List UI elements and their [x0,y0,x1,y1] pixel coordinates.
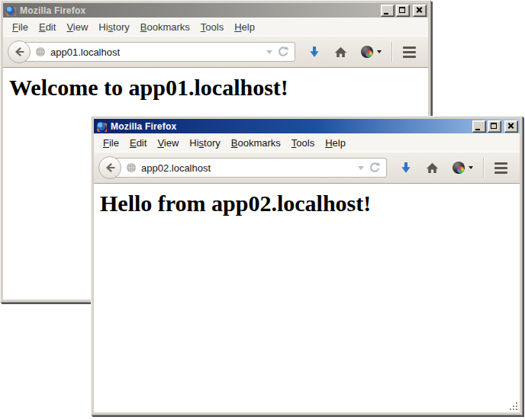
label-part: tory [204,137,221,149]
maximize-button[interactable] [396,5,410,17]
dropdown-caret-icon [469,166,473,169]
back-button[interactable] [98,156,121,179]
close-button[interactable] [504,120,518,133]
label-part: V [66,21,72,33]
label-part: Hi [98,21,108,33]
window-title: Mozilla Firefox [110,121,469,132]
url-input[interactable] [50,46,262,58]
resize-grip[interactable] [516,402,517,404]
home-button[interactable] [327,40,354,63]
history-dropdown-icon[interactable] [358,166,364,170]
url-input[interactable] [141,162,353,174]
label-part: ools [205,21,224,33]
label-part: ools [296,137,314,149]
minimize-button[interactable] [381,5,395,17]
toolbar-separator [483,158,484,178]
label-part: V [157,137,163,149]
toolbar-buttons [301,40,424,63]
label-part: iew [164,137,179,149]
label-part: elp [333,137,346,149]
close-button[interactable] [413,5,427,17]
color-wheel-addon-icon [361,46,373,58]
addon-button[interactable] [446,156,480,179]
label-part: ile [18,21,28,33]
url-bar [18,42,295,62]
download-icon [400,162,412,175]
toolbar-separator [391,42,392,62]
reload-icon[interactable] [277,46,289,58]
page-heading: Hello from app02.localhost! [100,191,514,216]
hamburger-menu-icon [494,172,507,174]
home-button[interactable] [419,156,446,179]
downloads-button[interactable] [301,40,327,63]
menu-item-help[interactable]: Help [229,19,260,35]
page-heading: Welcome to app01.localhost! [9,75,422,101]
titlebar[interactable]: Mozilla Firefox [3,3,428,18]
open-menu-button[interactable] [487,162,515,174]
addon-button[interactable] [354,40,388,63]
home-icon [426,162,439,174]
home-icon [334,46,347,58]
label-part: ookmarks [237,137,280,149]
menu-bar: File Edit View History Bookmarks Tools H… [3,18,428,36]
hamburger-menu-icon [403,46,416,49]
menu-item-tools[interactable]: Tools [286,135,320,151]
color-wheel-addon-icon [453,162,465,174]
menu-item-history[interactable]: History [93,19,134,35]
menu-item-tools[interactable]: Tools [195,19,229,35]
url-bar [109,158,387,178]
back-button[interactable] [8,40,31,63]
label-part: H [325,137,332,149]
menu-bar: File Edit View History Bookmarks Tools H… [94,133,520,152]
downloads-button[interactable] [393,156,419,179]
reload-icon[interactable] [369,162,381,174]
label-part: E [39,21,46,33]
menu-item-view[interactable]: View [152,135,184,151]
history-dropdown-icon[interactable] [266,50,272,54]
window-controls [472,120,518,133]
site-globe-icon[interactable] [126,162,137,173]
menu-item-bookmarks[interactable]: Bookmarks [226,135,286,151]
menu-item-bookmarks[interactable]: Bookmarks [135,19,195,35]
menu-item-edit[interactable]: Edit [124,135,152,151]
hamburger-menu-icon [403,51,416,53]
label-part: elp [242,21,255,33]
label-part: F [12,21,18,33]
back-icon [14,46,25,57]
firefox-icon[interactable] [5,5,16,16]
window-title: Mozilla Firefox [19,5,378,16]
label-part: E [130,137,137,149]
label-part: tory [113,21,130,33]
window-app02: Mozilla Firefox File Edit View History B… [91,116,523,415]
titlebar[interactable]: Mozilla Firefox [94,119,520,133]
firefox-icon[interactable] [95,120,107,132]
hamburger-menu-icon [494,167,507,169]
site-globe-icon[interactable] [35,46,46,57]
label-part: iew [73,21,89,33]
menu-item-file[interactable]: File [98,135,124,151]
download-icon [308,46,320,59]
window-controls [381,5,427,17]
label-part: F [103,137,109,149]
menu-item-file[interactable]: File [7,19,34,35]
toolbar-buttons [393,156,515,179]
menu-item-edit[interactable]: Edit [34,19,61,35]
label-part: dit [46,21,56,33]
hamburger-menu-icon [494,162,507,165]
label-part: dit [137,137,147,149]
dropdown-caret-icon [377,50,382,53]
back-icon [105,162,116,173]
maximize-button[interactable] [488,120,501,133]
label-part: ookmarks [147,21,189,33]
label-part: Hi [189,137,198,149]
menu-item-view[interactable]: View [61,19,93,35]
menu-item-history[interactable]: History [184,135,225,151]
menu-item-help[interactable]: Help [320,135,351,151]
page-content: Hello from app02.localhost! [94,184,520,412]
navigation-toolbar [3,36,428,68]
hamburger-menu-icon [403,56,416,58]
label-part: H [234,21,241,33]
open-menu-button[interactable] [395,46,424,58]
label-part: ile [109,137,119,149]
minimize-button[interactable] [472,120,486,133]
